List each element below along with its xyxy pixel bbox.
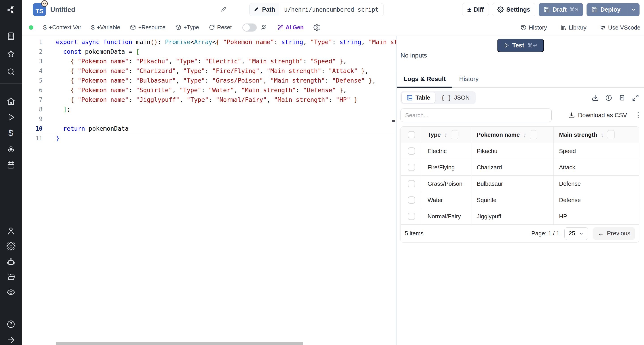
add-type-button[interactable]: +Type (175, 24, 199, 31)
home-icon[interactable] (6, 97, 16, 106)
add-context-var-button[interactable]: $ +Context Var (43, 24, 81, 31)
code-editor[interactable]: 1export async function main(): Promise<A… (22, 36, 396, 345)
reset-button[interactable]: Reset (209, 24, 232, 31)
script-path-value[interactable]: u/henri/unencumbered_script (279, 3, 384, 16)
plus-minus-icon: ± (467, 6, 471, 13)
download-result-icon[interactable] (592, 94, 599, 101)
row-checkbox[interactable] (408, 196, 415, 204)
sort-icon[interactable]: ↕ (523, 131, 526, 138)
sort-icon[interactable]: ↕ (444, 131, 447, 138)
info-icon[interactable] (605, 94, 612, 101)
expand-sidebar-arrow-icon[interactable] (6, 335, 16, 344)
table-cell: Electric (422, 143, 471, 159)
result-search-input[interactable] (400, 109, 552, 122)
code-text: { "Pokemon name": "Bulbasaur", "Type": "… (56, 77, 376, 84)
multiplayer-toggle[interactable] (242, 24, 257, 32)
add-resource-button[interactable]: +Resource (130, 24, 166, 31)
tab-history[interactable]: History (452, 71, 485, 87)
page-indicator: Page: 1 / 1 (531, 230, 560, 237)
page-size-select[interactable]: 25 (564, 227, 588, 240)
code-line-4[interactable]: 4 { "Pokemon name": "Charizard", "Type":… (22, 66, 396, 76)
add-variable-button[interactable]: $ +Variable (91, 24, 120, 31)
edit-title-pencil-icon[interactable] (220, 6, 228, 13)
users-person-icon[interactable] (6, 226, 16, 235)
previous-page-button[interactable]: ← Previous (593, 227, 635, 240)
schedules-calendar-icon[interactable] (6, 161, 16, 170)
use-vscode-button[interactable]: Use VScode (600, 24, 640, 31)
code-line-7[interactable]: 7 { "Pokemon name": "Jigglypuff", "Type"… (22, 95, 396, 105)
table-row[interactable]: Normal/FairyJigglypuffHP (401, 208, 639, 224)
code-line-2[interactable]: 2 const pokemonData = [ (22, 47, 396, 56)
column-filter-box[interactable] (451, 130, 458, 139)
package-icon (175, 24, 181, 31)
sort-icon[interactable]: ↕ (600, 131, 604, 138)
table-row[interactable]: ElectricPikachuSpeed (401, 143, 639, 159)
table-row[interactable]: WaterSquirtleDefense (401, 192, 639, 208)
code-lines-container: 1export async function main(): Promise<A… (22, 36, 396, 143)
save-draft-button[interactable]: Draft ⌘S (539, 3, 583, 16)
diff-button[interactable]: ± Diff (462, 3, 489, 16)
variables-dollar-icon[interactable]: $ (6, 129, 16, 138)
folders-icon[interactable] (6, 272, 16, 281)
workers-robot-icon[interactable] (6, 257, 16, 266)
gear-icon (497, 7, 504, 13)
download-csv-button[interactable]: Download as CSV (568, 112, 627, 119)
windmill-logo-icon[interactable] (6, 5, 16, 14)
view-table-option[interactable]: Table (402, 92, 435, 103)
download-icon (568, 112, 575, 119)
runs-play-icon[interactable] (6, 113, 16, 122)
resources-cubes-icon[interactable] (6, 145, 16, 154)
help-icon[interactable] (6, 320, 16, 329)
test-run-button[interactable]: Test ⌘↵ (497, 39, 544, 52)
history-button[interactable]: History (520, 24, 547, 31)
magic-wand-icon (277, 24, 283, 31)
audit-eye-icon[interactable] (6, 288, 16, 297)
row-checkbox[interactable] (408, 164, 415, 171)
select-all-checkbox[interactable] (408, 131, 415, 138)
overview-ruler-mark (392, 120, 395, 122)
editor-settings-gear-icon[interactable] (314, 24, 320, 31)
code-line-3[interactable]: 3 { "Pokemon name": "Pikachu", "Type": "… (22, 56, 396, 66)
table-cell: Squirtle (471, 192, 554, 208)
table-row[interactable]: Fire/FlyingCharizardAttack (401, 159, 639, 175)
editor-horizontal-scrollbar[interactable] (56, 342, 303, 345)
settings-button[interactable]: Settings (492, 3, 535, 16)
code-line-1[interactable]: 1export async function main(): Promise<A… (22, 37, 396, 47)
path-editor[interactable]: Path u/henri/unencumbered_script (249, 3, 384, 16)
code-text: { "Pokemon name": "Squirtle", "Type": "W… (56, 87, 347, 94)
tab-logs-result[interactable]: Logs & Result (397, 71, 452, 88)
code-line-8[interactable]: 8 ]; (22, 105, 396, 114)
deploy-button[interactable]: Deploy (586, 3, 640, 16)
copy-to-clipboard-icon[interactable] (618, 94, 626, 101)
view-json-option[interactable]: { } JSON (436, 92, 474, 103)
column-label: Type (428, 131, 441, 138)
code-line-9[interactable]: 9 (22, 114, 396, 124)
table-cell: Fire/Flying (422, 159, 471, 175)
column-filter-box[interactable] (607, 130, 615, 139)
favorites-star-icon[interactable] (6, 50, 16, 58)
search-icon[interactable] (6, 67, 16, 76)
column-header-pokemon-name[interactable]: Pokemon name↕ (471, 127, 554, 143)
settings-gear-icon[interactable] (6, 242, 16, 251)
code-text: export async function main(): Promise<Ar… (56, 39, 396, 46)
dollar-icon: $ (91, 24, 94, 31)
row-checkbox[interactable] (408, 147, 415, 155)
code-line-11[interactable]: 11} (22, 133, 396, 143)
library-button[interactable]: Library (560, 24, 586, 31)
column-header-main-strength[interactable]: Main strength↕ (554, 127, 639, 143)
code-line-5[interactable]: 5 { "Pokemon name": "Bulbasaur", "Type":… (22, 76, 396, 85)
expand-fullscreen-icon[interactable] (632, 94, 639, 101)
code-text: { "Pokemon name": "Jigglypuff", "Type": … (56, 96, 358, 103)
table-row[interactable]: Grass/PoisonBulbasaurDefense (401, 175, 639, 192)
row-checkbox[interactable] (408, 213, 415, 220)
cat-icon (600, 25, 606, 31)
sidebar-divider (0, 84, 22, 84)
workspace-building-icon[interactable] (6, 32, 16, 41)
row-checkbox[interactable] (408, 180, 415, 187)
ai-gen-button[interactable]: AI Gen (277, 24, 304, 31)
code-line-10[interactable]: 10 return pokemonData (22, 124, 396, 133)
code-line-6[interactable]: 6 { "Pokemon name": "Squirtle", "Type": … (22, 85, 396, 95)
more-options-kebab-icon[interactable]: ⋮ (634, 113, 639, 118)
column-header-type[interactable]: Type↕ (422, 127, 471, 143)
column-filter-box[interactable] (530, 130, 537, 139)
